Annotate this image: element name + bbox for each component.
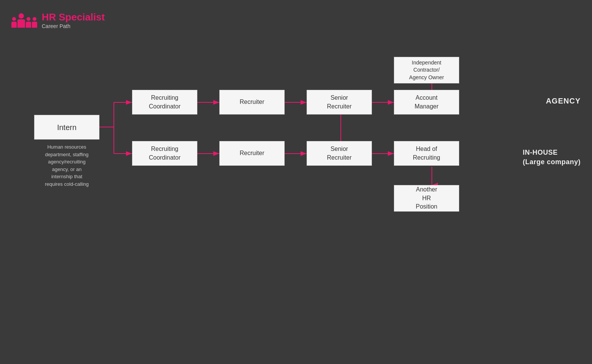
agency-label: AGENCY	[546, 97, 581, 105]
in-house-label: IN-HOUSE(Large company)	[523, 148, 581, 167]
person-figure-3	[26, 17, 31, 28]
intern-description: Human resourcesdepartment, staffingagenc…	[26, 143, 108, 188]
recruiter-top-box: Recruiter	[219, 90, 285, 115]
person-head-4	[33, 17, 36, 21]
career-path-diagram: Intern Human resourcesdepartment, staffi…	[11, 53, 581, 326]
intern-box: Intern	[34, 115, 99, 140]
another-hr-position-box: AnotherHRPosition	[394, 185, 459, 212]
person-body-2	[17, 19, 25, 28]
recruiting-coord-bottom-box: RecruitingCoordinator	[132, 141, 197, 166]
header-text: HR Specialist Career Path	[42, 11, 105, 29]
person-figure-4	[32, 17, 37, 28]
account-manager-box: AccountManager	[394, 90, 459, 115]
header: HR Specialist Career Path	[11, 11, 105, 29]
recruiter-bottom-box: Recruiter	[219, 141, 285, 166]
head-of-recruiting-box: Head ofRecruiting	[394, 141, 459, 166]
person-body-3	[26, 22, 31, 28]
independent-contractor-box: IndependentContractor/Agency Owner	[394, 57, 459, 83]
person-body-1	[11, 22, 17, 28]
person-head-3	[27, 17, 30, 21]
arrows-svg	[11, 53, 581, 326]
logo-icon	[11, 13, 37, 28]
person-head-2	[19, 13, 24, 19]
person-head-1	[12, 17, 16, 21]
app-subtitle: Career Path	[42, 23, 105, 29]
person-figure-1	[11, 17, 17, 28]
person-figure-2	[17, 13, 25, 28]
recruiting-coord-top-box: RecruitingCoordinator	[132, 90, 197, 115]
senior-recruiter-bottom-box: SeniorRecruiter	[307, 141, 372, 166]
senior-recruiter-top-box: SeniorRecruiter	[307, 90, 372, 115]
app-title: HR Specialist	[42, 11, 105, 23]
person-body-4	[32, 22, 37, 28]
